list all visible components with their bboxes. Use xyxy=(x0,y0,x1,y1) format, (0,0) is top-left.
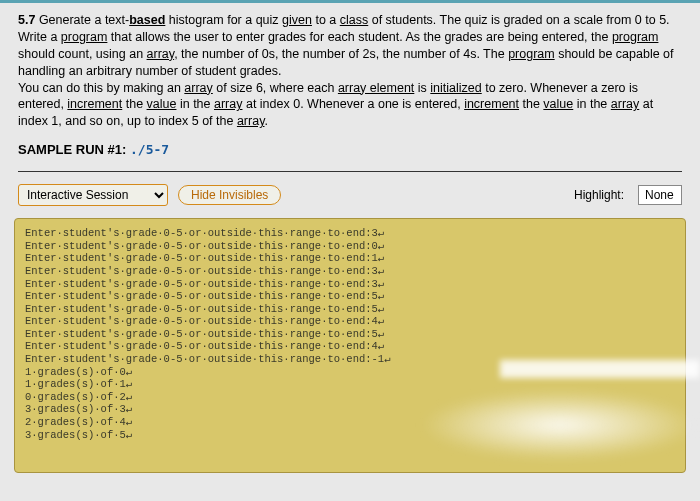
sample-run-label: SAMPLE RUN #1: xyxy=(18,142,126,157)
console-output: Enter·student's·grade·0-5·or·outside·thi… xyxy=(14,218,686,473)
sample-run-path: ./5-7 xyxy=(130,142,169,157)
problem-statement: 5.7 Generate a text-based histogram for … xyxy=(0,0,700,138)
console-line: 2·grades(s)·of·4↵ xyxy=(25,416,675,429)
console-line: Enter·student's·grade·0-5·or·outside·thi… xyxy=(25,303,675,316)
console-line: Enter·student's·grade·0-5·or·outside·thi… xyxy=(25,315,675,328)
session-toolbar: Interactive Session Hide Invisibles High… xyxy=(0,172,700,212)
console-line: 1·grades(s)·of·1↵ xyxy=(25,378,675,391)
console-line: Enter·student's·grade·0-5·or·outside·thi… xyxy=(25,290,675,303)
console-line: Enter·student's·grade·0-5·or·outside·thi… xyxy=(25,340,675,353)
console-line: Enter·student's·grade·0-5·or·outside·thi… xyxy=(25,265,675,278)
hide-invisibles-button[interactable]: Hide Invisibles xyxy=(178,185,281,205)
console-line: 1·grades(s)·of·0↵ xyxy=(25,366,675,379)
console-line: 3·grades(s)·of·5↵ xyxy=(25,429,675,442)
console-line: 3·grades(s)·of·3↵ xyxy=(25,403,675,416)
highlight-label: Highlight: xyxy=(574,188,624,202)
console-line: Enter·student's·grade·0-5·or·outside·thi… xyxy=(25,278,675,291)
console-line: Enter·student's·grade·0-5·or·outside·thi… xyxy=(25,328,675,341)
problem-number: 5.7 xyxy=(18,13,35,27)
console-line: Enter·student's·grade·0-5·or·outside·thi… xyxy=(25,252,675,265)
session-select[interactable]: Interactive Session xyxy=(18,184,168,206)
console-line: 0·grades(s)·of·2↵ xyxy=(25,391,675,404)
highlight-select[interactable]: None xyxy=(638,185,682,205)
sample-run-header: SAMPLE RUN #1: ./5-7 xyxy=(0,138,700,165)
console-line: Enter·student's·grade·0-5·or·outside·thi… xyxy=(25,227,675,240)
console-line: Enter·student's·grade·0-5·or·outside·thi… xyxy=(25,353,675,366)
console-line: Enter·student's·grade·0-5·or·outside·thi… xyxy=(25,240,675,253)
